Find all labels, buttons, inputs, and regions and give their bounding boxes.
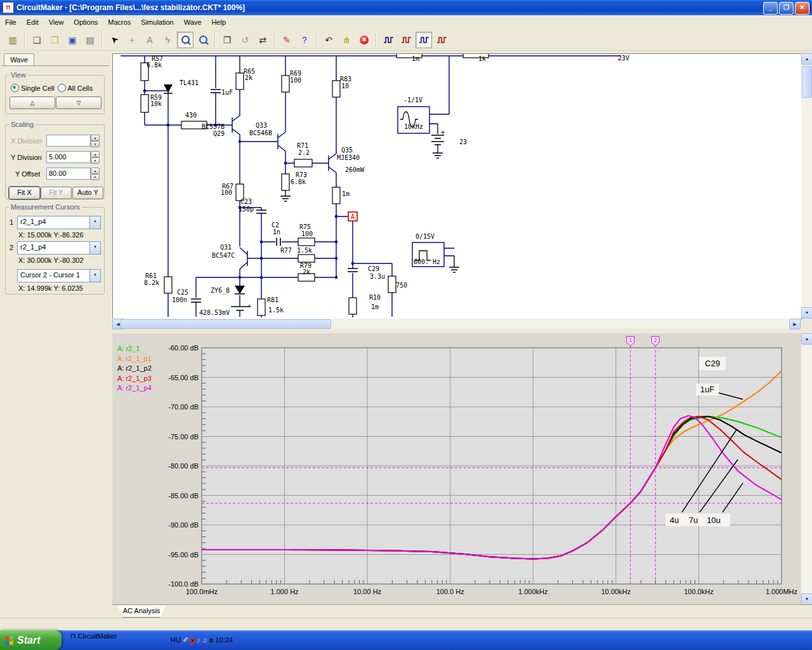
help-button[interactable]: ? [296,32,313,48]
rotate-icon: ↺ [241,35,249,45]
component-label: ZY6_8 [211,287,230,294]
svg-text:-70.00 dB: -70.00 dB [168,403,199,411]
print-button[interactable]: ▤ [82,32,98,48]
plus-tool-button[interactable]: + [124,32,140,48]
rotate-button[interactable]: ↺ [237,32,253,48]
y-offset-input[interactable]: 80.00 [46,168,91,180]
scroll-down-icon[interactable]: ▼ [801,594,812,605]
security-shield-icon[interactable]: ✕ [190,638,195,644]
view-group-title: View [9,71,28,79]
open-file-button[interactable]: ❒ [46,32,63,48]
y-offset-spinner[interactable]: ▲▼ [91,168,100,180]
x-division-input[interactable] [46,135,91,147]
preview-button[interactable]: ❐ [219,32,235,48]
save-file-button[interactable]: ▣ [64,32,81,48]
system-tray: HU ✐ ✕ ♪ ♫ B 10:24 [171,636,233,644]
minimize-button[interactable]: _ [763,2,778,15]
y-division-input[interactable]: 5.000 [46,151,91,163]
schematic-viewport[interactable]: A R576.8kTL431R5910k430BC557BQ291uFR652k… [112,53,802,319]
stop-simulation-button[interactable]: ✖ [356,32,372,48]
volume-icon[interactable]: ♪ [197,636,200,644]
menu-view[interactable]: View [44,17,69,28]
probe-tool-button[interactable] [177,32,193,48]
ac-analysis-plot[interactable]: -60.00 dB-65.00 dB-70.00 dB-75.00 dB-80.… [112,333,812,606]
svg-text:1uF: 1uF [700,385,714,394]
schematic-horizontal-scrollbar[interactable]: ◀ ▶ [112,319,801,329]
radio-all-cells[interactable]: All Cells [58,84,93,92]
radio-single-cell-dot[interactable] [11,84,19,92]
analog-wave-button[interactable] [416,32,432,48]
print-icon: ▤ [86,35,94,45]
component-label: MJE340 [337,154,360,161]
wire-tool-button[interactable]: ⋔ [338,32,355,48]
auto-y-button[interactable]: Auto Y [72,187,103,199]
tab-wave[interactable]: Wave [4,53,34,66]
y-division-spinner[interactable]: ▲▼ [91,151,100,163]
zoom-tool-button[interactable] [195,32,211,48]
spin-down-icon[interactable]: ▼ [91,157,100,164]
component-label: C29 [368,265,379,272]
schematic-vscroll-thumb[interactable] [802,66,812,98]
component-label: R83 [340,76,351,83]
language-indicator[interactable]: HU [171,636,181,644]
menu-wave[interactable]: Wave [179,17,207,28]
menu-options[interactable]: Options [69,17,103,28]
audio-device-icon[interactable]: ♫ [202,636,207,644]
cursor2-signal-select[interactable]: r2_1_p4 ▼ [17,241,101,255]
start-button[interactable]: Start [0,630,62,650]
menu-help[interactable]: Help [206,17,231,28]
scroll-down-icon[interactable]: ▼ [801,307,812,319]
taskbar-item-circuitmaker[interactable]: ⊓ CircuitMaker [70,632,171,648]
mixed-wave-button[interactable] [433,32,450,48]
component-label: C23 [240,198,252,205]
digital-wave-2-button[interactable] [398,32,414,48]
chevron-down-icon[interactable]: ▼ [89,270,100,282]
component-label: 6.8k [147,62,162,69]
schematic-hscroll-thumb[interactable] [121,319,331,329]
tablet-pen-icon[interactable]: ✐ [183,636,188,644]
text-tool-button[interactable]: A [141,32,158,48]
component-label: Q35 [341,147,353,154]
x-division-spinner[interactable]: ▲▼ [91,135,100,147]
component-label: TL431 [180,79,199,86]
radio-single-cell[interactable]: Single Cell [11,84,55,92]
fit-y-button[interactable]: Fit Y [41,187,72,199]
chevron-down-icon[interactable]: ▼ [89,242,100,254]
scroll-up-icon[interactable]: ▲ [801,333,812,345]
wave-vertical-scrollbar[interactable]: ▲ ▼ [801,333,812,604]
fit-x-button[interactable]: Fit X [9,187,40,199]
digital-wave-1-button[interactable] [380,32,396,48]
tab-ac-analysis[interactable]: AC Analysis [117,606,166,618]
component-label: 3.3u [370,273,385,280]
spin-up-icon[interactable]: ▲ [91,135,100,141]
menu-simulation[interactable]: Simulation [136,17,178,28]
scroll-up-icon[interactable]: ▲ [801,53,812,65]
cell-down-button[interactable]: ▽ [56,96,102,109]
cursor1-signal-select[interactable]: r2_1_p4 ▼ [17,216,101,229]
spin-down-icon[interactable]: ▼ [91,141,100,147]
cell-up-button[interactable]: △ [10,96,55,109]
new-file-button[interactable]: ❑ [29,32,45,48]
undo-button[interactable]: ↶ [320,32,337,48]
bluetooth-icon[interactable]: B [209,637,214,644]
arrow-tool-button[interactable]: ➤ [106,32,122,48]
split-view-button[interactable]: ⇄ [254,32,271,48]
menu-file[interactable]: File [0,17,22,28]
radio-all-cells-dot[interactable] [58,84,66,92]
cursor-diff-select[interactable]: Cursor 2 - Cursor 1 ▼ [17,269,101,282]
spin-up-icon[interactable]: ▲ [91,151,100,157]
parts-browser-button[interactable]: ▥ [4,32,21,48]
delete-tool-button[interactable]: ϟ [159,32,176,48]
scroll-right-icon[interactable]: ▶ [789,319,801,329]
menu-edit[interactable]: Edit [22,17,44,28]
spin-down-icon[interactable]: ▼ [91,174,100,180]
restore-button[interactable]: ❐ [779,2,794,15]
close-button[interactable]: ✕ [795,2,809,15]
spin-up-icon[interactable]: ▲ [91,168,100,174]
schematic-vertical-scrollbar[interactable]: ▲ ▼ [801,53,812,318]
component-label: 1k [478,55,486,62]
menu-macros[interactable]: Macros [103,17,136,28]
resistor-bodies [141,54,488,315]
simulation-setup-button[interactable]: ✎ [278,32,295,48]
chevron-down-icon[interactable]: ▼ [89,216,100,229]
